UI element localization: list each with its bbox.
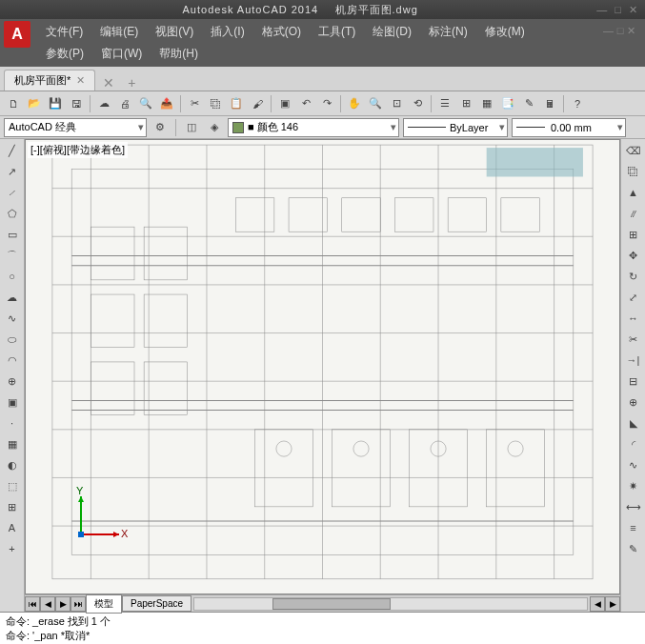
tab-close-icon[interactable]: ✕ bbox=[76, 74, 85, 87]
chamfer-tool[interactable]: ◣ bbox=[624, 413, 643, 433]
gradient-tool[interactable]: ◐ bbox=[3, 455, 22, 474]
join-tool[interactable]: ⊕ bbox=[624, 392, 643, 412]
pedit-tool[interactable]: ✎ bbox=[624, 539, 643, 558]
addselected-tool[interactable]: + bbox=[3, 539, 22, 558]
align-tool[interactable]: ≡ bbox=[624, 518, 643, 537]
menu-item[interactable]: 视图(V) bbox=[148, 21, 201, 43]
lengthen-tool[interactable]: ⟷ bbox=[624, 497, 643, 516]
fillet-tool[interactable]: ◜ bbox=[624, 434, 643, 453]
doc-minimize-button[interactable]: — bbox=[603, 25, 614, 36]
menu-item[interactable]: 文件(F) bbox=[38, 21, 91, 43]
scroll-next-button[interactable]: ▶ bbox=[55, 596, 71, 612]
copy-tool[interactable]: ⿻ bbox=[624, 162, 643, 181]
explode-tool[interactable]: ✷ bbox=[624, 476, 643, 495]
trim-tool[interactable]: ✂ bbox=[624, 330, 643, 349]
offset-tool[interactable]: ⫽ bbox=[624, 204, 643, 223]
rectangle-tool[interactable]: ▭ bbox=[3, 225, 22, 244]
new-tab-button[interactable]: ✕ bbox=[97, 75, 120, 91]
menu-item[interactable]: 工具(T) bbox=[311, 21, 363, 43]
break-tool[interactable]: ⊟ bbox=[624, 372, 643, 391]
drawing-canvas[interactable]: [-][俯视][带边缘着色] bbox=[25, 139, 620, 594]
zoom-previous-button[interactable]: ⟲ bbox=[408, 94, 427, 113]
mirror-tool[interactable]: ▲ bbox=[624, 183, 643, 202]
model-tab[interactable]: 模型 bbox=[86, 594, 122, 614]
menu-item[interactable]: 绘图(D) bbox=[365, 21, 419, 43]
block-tool[interactable]: ▣ bbox=[3, 392, 22, 412]
layer-states-button[interactable]: ◈ bbox=[205, 118, 224, 137]
hscroll-left-button[interactable]: ◀ bbox=[590, 596, 605, 612]
add-tab-button[interactable]: + bbox=[122, 75, 141, 91]
maximize-button[interactable]: □ bbox=[615, 4, 621, 16]
scroll-prev-button[interactable]: ◀ bbox=[40, 596, 55, 612]
menu-item[interactable]: 标注(N) bbox=[421, 21, 475, 43]
polygon-tool[interactable]: ⬠ bbox=[3, 204, 22, 223]
table-tool[interactable]: ⊞ bbox=[3, 497, 22, 516]
open-button[interactable]: 📂 bbox=[25, 94, 44, 113]
paperspace-tab[interactable]: PaperSpace bbox=[122, 595, 191, 612]
point-tool[interactable]: · bbox=[3, 413, 22, 433]
menu-item[interactable]: 帮助(H) bbox=[151, 43, 206, 65]
saveas-button[interactable]: 🖫 bbox=[67, 94, 86, 113]
menu-item[interactable]: 窗口(W) bbox=[93, 43, 150, 65]
minimize-button[interactable]: — bbox=[596, 4, 607, 16]
workspace-settings-button[interactable]: ⚙ bbox=[151, 118, 170, 137]
preview-button[interactable]: 🔍 bbox=[136, 94, 155, 113]
hscroll-right-button[interactable]: ▶ bbox=[605, 596, 620, 612]
undo-button[interactable]: ↶ bbox=[296, 94, 315, 113]
help-button[interactable]: ? bbox=[568, 94, 587, 113]
workspace-combo[interactable]: AutoCAD 经典 bbox=[4, 118, 147, 137]
new-button[interactable]: 🗋 bbox=[4, 94, 23, 113]
blend-tool[interactable]: ∿ bbox=[624, 455, 643, 474]
zoom-window-button[interactable]: ⊡ bbox=[387, 94, 406, 113]
color-combo[interactable]: ■ 颜色 146 bbox=[228, 118, 399, 137]
revcloud-tool[interactable]: ☁ bbox=[3, 288, 22, 307]
document-tab[interactable]: 机房平面图* ✕ bbox=[4, 70, 95, 91]
hscroll-thumb[interactable] bbox=[272, 598, 391, 610]
arc-tool[interactable]: ⌒ bbox=[3, 246, 22, 265]
menu-item[interactable]: 修改(M) bbox=[477, 21, 533, 43]
paste-button[interactable]: 📋 bbox=[227, 94, 246, 113]
block-button[interactable]: ▣ bbox=[275, 94, 294, 113]
circle-tool[interactable]: ○ bbox=[3, 267, 22, 286]
scroll-first-button[interactable]: ⏮ bbox=[25, 596, 40, 612]
erase-tool[interactable]: ⌫ bbox=[624, 141, 643, 160]
ucs-icon[interactable]: X Y bbox=[71, 487, 129, 546]
view-label[interactable]: [-][俯视][带边缘着色] bbox=[28, 142, 128, 158]
scroll-last-button[interactable]: ⏭ bbox=[71, 596, 86, 612]
linetype-combo[interactable]: ByLayer bbox=[403, 118, 508, 137]
hatch-tool[interactable]: ▦ bbox=[3, 434, 22, 453]
cut-button[interactable]: ✂ bbox=[185, 94, 204, 113]
ellipsearc-tool[interactable]: ◠ bbox=[3, 351, 22, 370]
stretch-tool[interactable]: ↔ bbox=[624, 309, 643, 328]
calc-button[interactable]: 🖩 bbox=[540, 94, 559, 113]
spline-tool[interactable]: ∿ bbox=[3, 309, 22, 328]
rotate-tool[interactable]: ↻ bbox=[624, 267, 643, 286]
lineweight-combo[interactable]: 0.00 mm bbox=[512, 118, 626, 137]
hscroll-track[interactable] bbox=[193, 597, 588, 611]
designcenter-button[interactable]: ⊞ bbox=[456, 94, 475, 113]
scale-tool[interactable]: ⤢ bbox=[624, 288, 643, 307]
sheetset-button[interactable]: 📑 bbox=[498, 94, 517, 113]
polyline-tool[interactable]: ⟋ bbox=[3, 183, 22, 202]
toolpalette-button[interactable]: ▦ bbox=[477, 94, 496, 113]
move-tool[interactable]: ✥ bbox=[624, 246, 643, 265]
line-tool[interactable]: ╱ bbox=[3, 141, 22, 160]
print-button[interactable]: 🖨 bbox=[115, 94, 134, 113]
array-tool[interactable]: ⊞ bbox=[624, 225, 643, 244]
menu-item[interactable]: 格式(O) bbox=[254, 21, 309, 43]
autocad-logo[interactable]: A bbox=[4, 21, 30, 48]
ellipse-tool[interactable]: ⬭ bbox=[3, 330, 22, 349]
insert-tool[interactable]: ⊕ bbox=[3, 372, 22, 391]
layer-button[interactable]: ◫ bbox=[182, 118, 201, 137]
markup-button[interactable]: ✎ bbox=[519, 94, 538, 113]
match-button[interactable]: 🖌 bbox=[248, 94, 267, 113]
extend-tool[interactable]: →| bbox=[624, 351, 643, 370]
region-tool[interactable]: ⬚ bbox=[3, 476, 22, 495]
doc-maximize-button[interactable]: □ bbox=[617, 25, 624, 36]
save-button[interactable]: 💾 bbox=[46, 94, 65, 113]
pan-button[interactable]: ✋ bbox=[345, 94, 364, 113]
cloud-button[interactable]: ☁ bbox=[94, 94, 113, 113]
ray-tool[interactable]: ↗ bbox=[3, 162, 22, 181]
menu-item[interactable]: 参数(P) bbox=[38, 43, 91, 65]
properties-button[interactable]: ☰ bbox=[435, 94, 454, 113]
